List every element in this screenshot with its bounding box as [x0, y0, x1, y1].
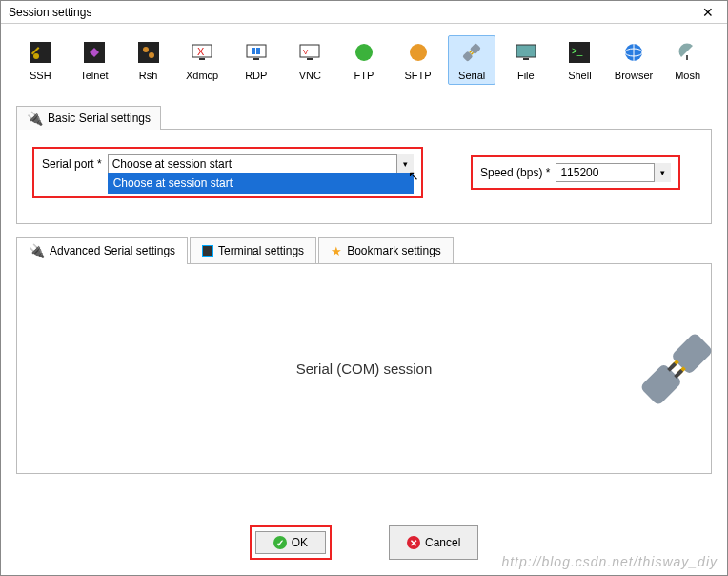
serial-port-highlight: Serial port * Choose at session start ▾ … [32, 147, 423, 198]
speed-combo[interactable]: 115200 ▾ [556, 163, 671, 182]
tab-basic-label: Basic Serial settings [48, 112, 151, 125]
serial-plug-icon: 🔌 [27, 111, 43, 126]
svg-rect-25 [462, 51, 473, 62]
serial-port-combo[interactable]: Choose at session start ▾ Choose at sess… [108, 154, 414, 174]
diamond-icon [81, 39, 108, 66]
speed-highlight: Speed (bps) * 115200 ▾ [471, 155, 680, 190]
tab-bookmark-settings[interactable]: ★ Bookmark settings [318, 237, 454, 263]
session-type-telnet[interactable]: Telnet [71, 35, 119, 85]
satellite-dish-icon [675, 39, 701, 66]
svg-rect-15 [256, 51, 260, 54]
svg-rect-13 [256, 48, 260, 51]
ok-highlight: ✓ OK [250, 525, 332, 560]
svg-rect-27 [523, 58, 529, 60]
serial-port-label: Serial port * [42, 157, 102, 171]
cancel-button[interactable]: ✕ Cancel [389, 525, 478, 560]
svg-rect-32 [686, 55, 688, 60]
serial-plug-icon: 🔌 [29, 243, 45, 258]
ok-label: OK [292, 536, 308, 549]
globe-green-icon [351, 39, 377, 66]
svg-rect-16 [253, 58, 259, 60]
chevron-down-icon[interactable]: ▾ [654, 163, 671, 182]
cancel-icon: ✕ [407, 536, 420, 549]
cancel-label: Cancel [425, 536, 460, 549]
session-type-browser[interactable]: Browser [610, 35, 658, 85]
vnc-monitor-icon: V [296, 39, 323, 66]
session-type-shell[interactable]: >_ Shell [556, 35, 604, 85]
globe-blue-icon [620, 39, 647, 66]
svg-point-21 [410, 44, 427, 61]
close-icon[interactable]: ✕ [697, 5, 719, 20]
svg-text:X: X [197, 46, 205, 57]
svg-point-7 [149, 52, 154, 58]
tab-terminal-settings[interactable]: Terminal settings [190, 237, 316, 263]
serial-port-option[interactable]: Choose at session start [108, 173, 414, 194]
shell-terminal-icon: >_ [566, 39, 593, 66]
content-heading: Serial (COM) session [296, 360, 433, 377]
windows-monitor-icon [243, 39, 270, 66]
svg-rect-14 [252, 51, 255, 54]
star-icon: ★ [331, 244, 342, 258]
svg-rect-11 [247, 45, 266, 57]
svg-point-1 [33, 53, 39, 59]
cursor-icon: ↖ [408, 168, 419, 183]
gears-icon [135, 39, 162, 66]
serial-port-value[interactable]: Choose at session start [108, 154, 414, 174]
svg-rect-19 [307, 58, 313, 60]
key-icon [27, 39, 53, 66]
svg-rect-10 [199, 58, 205, 60]
tab-label: Bookmark settings [347, 244, 441, 257]
session-type-file[interactable]: File [501, 35, 550, 85]
session-type-rdp[interactable]: RDP [232, 35, 280, 85]
svg-point-6 [143, 47, 149, 52]
svg-rect-26 [516, 45, 536, 57]
session-type-serial[interactable]: Serial [448, 35, 496, 85]
svg-rect-5 [138, 42, 159, 63]
svg-text:V: V [303, 48, 309, 56]
svg-rect-12 [252, 48, 255, 51]
window-title: Session settings [9, 6, 91, 19]
serial-plug-large-icon [639, 332, 714, 406]
session-type-sftp[interactable]: SFTP [394, 35, 442, 85]
speed-label: Speed (bps) * [480, 166, 550, 179]
check-icon: ✓ [273, 536, 287, 549]
globe-orange-icon [405, 39, 432, 66]
session-type-ssh[interactable]: SSH [16, 35, 65, 85]
tab-label: Terminal settings [218, 244, 304, 257]
session-type-row: SSH Telnet Rsh X Xdmcp RDP V VNC FTP SFT… [1, 24, 727, 89]
serial-plug-icon [458, 39, 485, 66]
tab-basic-serial[interactable]: 🔌 Basic Serial settings [16, 106, 161, 130]
session-type-mosh[interactable]: Mosh [663, 35, 712, 85]
session-type-vnc[interactable]: V VNC [286, 35, 334, 85]
ok-button[interactable]: ✓ OK [255, 531, 326, 554]
sub-tab-row: 🔌 Advanced Serial settings Terminal sett… [16, 237, 712, 264]
session-type-rsh[interactable]: Rsh [124, 35, 172, 85]
session-type-xdmcp[interactable]: X Xdmcp [178, 35, 227, 85]
svg-rect-22 [470, 43, 481, 54]
svg-text:>_: >_ [572, 46, 583, 56]
x-monitor-icon: X [189, 39, 215, 66]
file-monitor-icon [513, 39, 539, 66]
terminal-icon [202, 245, 213, 257]
content-panel: Serial (COM) session [16, 264, 712, 474]
tab-advanced-serial[interactable]: 🔌 Advanced Serial settings [16, 237, 188, 263]
tab-label: Advanced Serial settings [50, 244, 175, 257]
session-type-ftp[interactable]: FTP [340, 35, 389, 85]
svg-point-20 [355, 44, 373, 61]
